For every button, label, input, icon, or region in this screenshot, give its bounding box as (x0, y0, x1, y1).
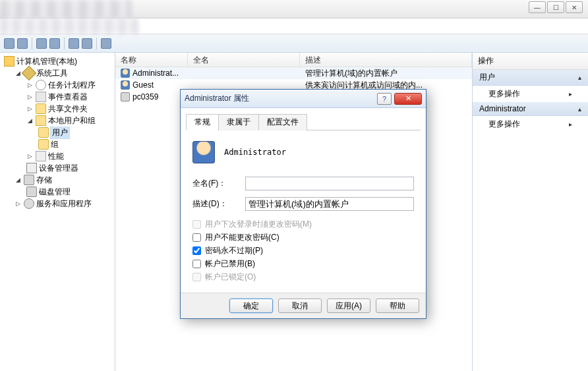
expander-icon[interactable]: ◢ (26, 117, 34, 125)
fullname-input[interactable] (245, 177, 414, 190)
tree-groups[interactable]: 组 (0, 138, 115, 150)
user-icon (121, 80, 130, 90)
toolbar-refresh-icon[interactable] (69, 38, 79, 49)
tree-label: 性能 (48, 151, 64, 162)
device-icon (26, 163, 37, 173)
cancel-button[interactable]: 取消 (278, 299, 322, 313)
action-section-users[interactable]: 用户 ▴ (473, 70, 588, 86)
check-disabled-row[interactable]: 帐户已禁用(B) (192, 257, 414, 270)
tree-root[interactable]: 计算机管理(本地) (0, 55, 115, 67)
list-row[interactable]: Administrat... 管理计算机(域)的内置帐户 (115, 67, 472, 79)
toolbar-export-icon[interactable] (82, 38, 92, 49)
dialog-help-button[interactable]: ? (377, 93, 392, 105)
tree-device-manager[interactable]: 设备管理器 (0, 162, 115, 174)
tab-profile[interactable]: 配置文件 (258, 114, 307, 130)
dialog-content: Administrator 全名(F)： 描述(D)： 用户下次登录时须更改密码… (186, 138, 421, 286)
maximize-button[interactable]: ☐ (547, 1, 564, 13)
expander-icon[interactable]: ▷ (26, 94, 34, 101)
ok-button[interactable]: 确定 (229, 299, 273, 313)
description-input[interactable] (245, 197, 414, 211)
description-label: 描述(D)： (192, 198, 245, 210)
toolbar-props-icon[interactable] (49, 38, 60, 49)
tree-local-users-groups[interactable]: ◢ 本地用户和组 (0, 115, 115, 127)
tree-label: 设备管理器 (39, 163, 78, 174)
tree-services-apps[interactable]: ▷ 服务和应用程序 (0, 198, 115, 210)
tree-pane: 计算机管理(本地) ◢ 系统工具 ▷ 任务计划程序 ▷ 事件查看器 ▷ 共享文件… (0, 53, 115, 371)
cell-description: 管理计算机(域)的内置帐户 (300, 68, 472, 79)
expander-icon[interactable]: ▷ (26, 82, 34, 89)
expander-icon[interactable]: ◢ (15, 177, 22, 184)
action-more-users[interactable]: 更多操作 ▸ (473, 86, 588, 102)
check-locked-row: 帐户已锁定(O) (192, 270, 414, 283)
toolbar-forward-icon[interactable] (17, 38, 28, 49)
tree-label-selected: 用户 (51, 127, 69, 138)
expander-icon[interactable]: ▷ (15, 200, 22, 208)
tree-disk-management[interactable]: 磁盘管理 (0, 186, 115, 198)
check-label: 帐户已锁定(O) (205, 271, 256, 283)
toolbar-separator (32, 38, 32, 49)
expander-icon[interactable]: ◢ (15, 70, 22, 77)
check-account-disabled[interactable] (192, 260, 201, 268)
action-section-label: 用户 (479, 72, 495, 83)
tree-storage[interactable]: ◢ 存储 (0, 174, 115, 186)
tree-label: 磁盘管理 (39, 186, 71, 198)
tree-system-tools[interactable]: ◢ 系统工具 (0, 67, 115, 79)
toolbar (0, 34, 588, 53)
tree-performance[interactable]: ▷ 性能 (0, 150, 115, 162)
tree-label: 服务和应用程序 (36, 198, 92, 210)
col-header-name[interactable]: 名称 (115, 53, 188, 67)
computer-icon (121, 92, 130, 101)
tree-label: 计算机管理(本地) (16, 56, 77, 67)
toolbar-up-icon[interactable] (36, 38, 47, 49)
list-header: 名称 全名 描述 (115, 53, 472, 67)
tree-label: 存储 (36, 175, 52, 186)
dialog-close-button[interactable]: ✕ (394, 93, 422, 105)
cell-text: pc0359 (132, 92, 158, 101)
action-section-administrator[interactable]: Administrator ▴ (473, 102, 588, 116)
dialog-title: Administrator 属性 (185, 93, 374, 104)
apply-button[interactable]: 应用(A) (327, 299, 370, 313)
tree-shared-folders[interactable]: ▷ 共享文件夹 (0, 103, 115, 115)
check-label: 密码永不过期(P) (205, 245, 263, 256)
toolbar-help-icon[interactable] (101, 38, 111, 49)
cell-name: Guest (115, 80, 188, 90)
check-cannot-change[interactable] (192, 233, 201, 242)
chevron-right-icon: ▸ (569, 90, 572, 98)
close-button[interactable]: ✕ (566, 1, 583, 13)
user-name-display: Administrator (224, 148, 286, 157)
tree-label: 系统工具 (36, 68, 68, 79)
toolbar-back-icon[interactable] (4, 38, 15, 49)
tree-label: 本地用户和组 (48, 115, 96, 127)
disk-icon (26, 186, 37, 197)
tab-general[interactable]: 常规 (186, 114, 219, 130)
action-section-label: Administrator (479, 104, 526, 113)
check-never-expire[interactable] (192, 246, 201, 255)
expander-icon[interactable]: ▷ (26, 153, 34, 160)
tree-label: 组 (51, 139, 59, 150)
tree-task-scheduler[interactable]: ▷ 任务计划程序 (0, 79, 115, 91)
col-header-fullname[interactable]: 全名 (188, 53, 300, 67)
check-cannot-change-row[interactable]: 用户不能更改密码(C) (192, 231, 414, 244)
help-button[interactable]: 帮助 (376, 299, 419, 313)
properties-dialog: Administrator 属性 ? ✕ 常规 隶属于 配置文件 Adminis… (180, 89, 426, 319)
tree-event-viewer[interactable]: ▷ 事件查看器 (0, 91, 115, 103)
chevron-right-icon: ▸ (569, 121, 572, 128)
minimize-button[interactable]: — (529, 1, 546, 13)
tree-users[interactable]: 用户 (0, 127, 115, 138)
tab-member-of[interactable]: 隶属于 (218, 114, 259, 130)
col-header-description[interactable]: 描述 (300, 53, 472, 67)
action-item-label: 更多操作 (488, 88, 520, 100)
user-icon (121, 69, 130, 78)
window-titlebar: — ☐ ✕ (0, 0, 588, 18)
dialog-titlebar[interactable]: Administrator 属性 ? ✕ (181, 90, 426, 108)
action-pane-header: 操作 (473, 53, 588, 70)
action-item-label: 更多操作 (488, 119, 520, 130)
check-never-expire-row[interactable]: 密码永不过期(P) (192, 244, 414, 257)
toolbar-separator (64, 38, 65, 49)
fullname-row: 全名(F)： (192, 177, 414, 190)
action-more-administrator[interactable]: 更多操作 ▸ (473, 116, 588, 132)
expander-icon[interactable]: ▷ (26, 105, 34, 113)
checkboxes-group: 用户下次登录时须更改密码(M) 用户不能更改密码(C) 密码永不过期(P) 帐户… (192, 217, 414, 283)
menubar (0, 18, 588, 34)
gear-icon (24, 198, 34, 209)
